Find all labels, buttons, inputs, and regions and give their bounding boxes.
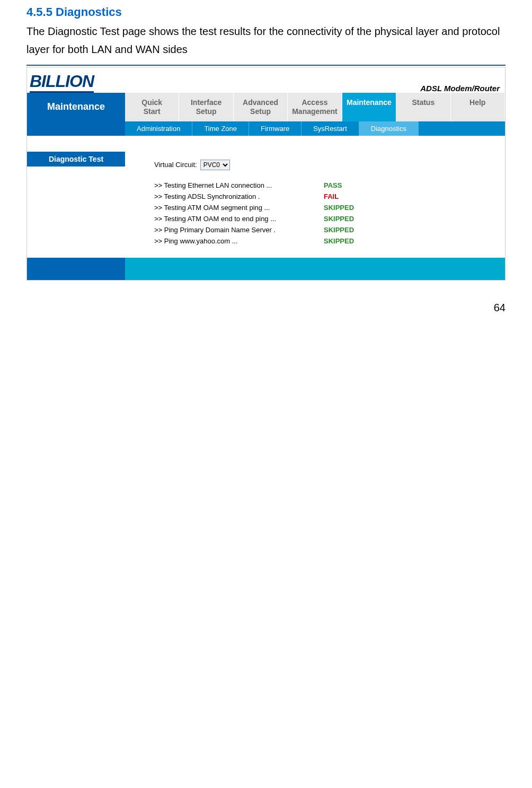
nav-section-title: Maintenance xyxy=(27,93,125,121)
diag-row: >> Testing ATM OAM segment ping ... SKIP… xyxy=(154,202,354,213)
primary-nav: Quick Start Interface Setup Advanced Set… xyxy=(125,93,505,121)
subnav-spacer xyxy=(27,121,125,136)
page-number: 64 xyxy=(0,291,532,322)
spacer xyxy=(125,136,505,152)
subnav-time-zone[interactable]: Time Zone xyxy=(192,121,249,136)
diag-row: >> Testing ATM OAM end to end ping ... S… xyxy=(154,213,354,224)
tab-advanced-setup[interactable]: Advanced Setup xyxy=(234,93,288,121)
vc-label: Virtual Circuit: xyxy=(154,161,197,169)
diag-label: >> Testing ADSL Synchronization . xyxy=(154,191,324,202)
diag-label: >> Testing Ethernet LAN connection ... xyxy=(154,180,324,191)
diagnostic-results-table: >> Testing Ethernet LAN connection ... P… xyxy=(154,180,354,247)
tab-help[interactable]: Help xyxy=(451,93,505,121)
diag-row: >> Testing Ethernet LAN connection ... P… xyxy=(154,180,354,191)
tab-maintenance[interactable]: Maintenance xyxy=(342,93,396,121)
diag-row: >> Testing ADSL Synchronization . FAIL xyxy=(154,191,354,202)
router-ui-screenshot: BILLION ADSL Modem/Router Maintenance Qu… xyxy=(26,67,506,281)
diag-row: >> Ping Primary Domain Name Server . SKI… xyxy=(154,224,354,235)
sidebar-blank xyxy=(27,167,125,258)
diag-label: >> Ping Primary Domain Name Server . xyxy=(154,224,324,235)
subnav-firmware[interactable]: Firmware xyxy=(249,121,302,136)
tab-quick-start[interactable]: Quick Start xyxy=(125,93,179,121)
divider xyxy=(26,65,506,66)
diag-result-skipped: SKIPPED xyxy=(324,224,354,235)
diag-result-fail: FAIL xyxy=(324,191,354,202)
secondary-nav: Administration Time Zone Firmware SysRes… xyxy=(125,121,505,136)
section-description: The Diagnostic Test page shows the test … xyxy=(26,22,506,58)
tab-status[interactable]: Status xyxy=(396,93,450,121)
section-heading: 4.5.5 Diagnostics xyxy=(26,5,506,19)
tab-access-management[interactable]: Access Management xyxy=(288,93,342,121)
virtual-circuit-select[interactable]: PVC0 xyxy=(200,160,230,170)
diag-result-pass: PASS xyxy=(324,180,354,191)
diag-label: >> Testing ATM OAM segment ping ... xyxy=(154,202,324,213)
brand-logo: BILLION xyxy=(27,72,94,93)
diag-result-skipped: SKIPPED xyxy=(324,235,354,247)
footer-left xyxy=(27,258,125,280)
subnav-administration[interactable]: Administration xyxy=(125,121,192,136)
panel-title: Diagnostic Test xyxy=(27,152,125,167)
diag-label: >> Testing ATM OAM end to end ping ... xyxy=(154,213,324,224)
footer-right xyxy=(125,258,505,280)
subnav-sysrestart[interactable]: SysRestart xyxy=(302,121,359,136)
device-label: ADSL Modem/Router xyxy=(420,84,500,93)
subnav-diagnostics[interactable]: Diagnostics xyxy=(359,121,419,136)
diag-row: >> Ping www.yahoo.com ... SKIPPED xyxy=(154,235,354,247)
diag-label: >> Ping www.yahoo.com ... xyxy=(154,235,324,247)
tab-interface-setup[interactable]: Interface Setup xyxy=(179,93,233,121)
diag-result-skipped: SKIPPED xyxy=(324,202,354,213)
spacer xyxy=(27,136,125,152)
diag-result-skipped: SKIPPED xyxy=(324,213,354,224)
